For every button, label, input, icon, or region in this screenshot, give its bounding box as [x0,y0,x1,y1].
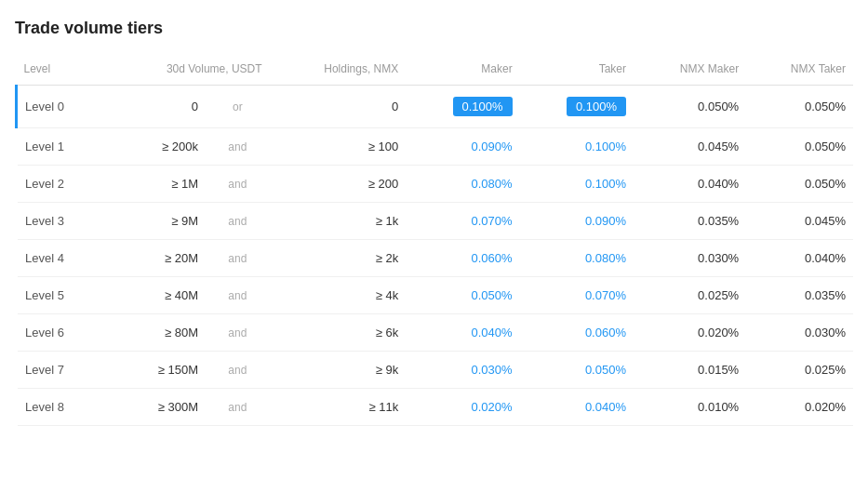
cell-nmx-maker: 0.050% [634,86,746,128]
cell-taker: 0.090% [520,203,634,240]
cell-maker: 0.090% [406,128,519,166]
cell-connector: and [206,352,270,389]
cell-nmx-maker: 0.025% [634,277,746,314]
cell-nmx-taker: 0.040% [746,240,853,277]
cell-taker: 0.100% [520,86,634,128]
cell-level: Level 4 [17,240,101,277]
col-level-header: Level [17,53,101,86]
page-title: Trade volume tiers [15,19,853,38]
cell-nmx-maker: 0.040% [634,166,746,203]
cell-holdings: ≥ 2k [270,240,407,277]
cell-volume: ≥ 1M [100,166,206,203]
col-nmx-maker-header: NMX Maker [634,53,746,86]
col-taker-header: Taker [520,53,634,86]
cell-holdings: ≥ 200 [270,166,407,203]
table-row: Level 6≥ 80Mand≥ 6k0.040%0.060%0.020%0.0… [17,314,854,352]
table-row: Level 5≥ 40Mand≥ 4k0.050%0.070%0.025%0.0… [17,277,854,314]
cell-connector: and [206,277,270,314]
cell-holdings: ≥ 11k [270,389,407,426]
cell-maker: 0.030% [406,352,519,389]
cell-taker: 0.070% [520,277,634,314]
cell-holdings: 0 [270,86,407,128]
cell-taker: 0.100% [520,166,634,203]
cell-connector: and [206,166,270,203]
cell-maker: 0.040% [406,314,519,352]
cell-nmx-taker: 0.050% [746,166,853,203]
table-row: Level 4≥ 20Mand≥ 2k0.060%0.080%0.030%0.0… [17,240,854,277]
cell-volume: ≥ 20M [100,240,206,277]
cell-maker: 0.050% [406,277,519,314]
maker-badge: 0.100% [453,97,513,116]
cell-volume: ≥ 200k [100,128,206,166]
cell-connector: and [206,389,270,426]
cell-taker: 0.080% [520,240,634,277]
cell-taker: 0.040% [520,389,634,426]
cell-level: Level 1 [17,128,101,166]
table-row: Level 00or00.100%0.100%0.050%0.050% [17,86,854,128]
cell-taker: 0.050% [520,352,634,389]
cell-level: Level 6 [17,314,101,352]
cell-nmx-taker: 0.050% [746,86,853,128]
cell-nmx-maker: 0.030% [634,240,746,277]
cell-holdings: ≥ 4k [270,277,407,314]
cell-maker: 0.060% [406,240,519,277]
cell-nmx-maker: 0.020% [634,314,746,352]
cell-volume: ≥ 300M [100,389,206,426]
cell-nmx-maker: 0.010% [634,389,746,426]
table-row: Level 1≥ 200kand≥ 1000.090%0.100%0.045%0… [17,128,854,166]
cell-holdings: ≥ 9k [270,352,407,389]
cell-volume: ≥ 9M [100,203,206,240]
cell-maker: 0.020% [406,389,519,426]
table-header-row: Level 30d Volume, USDT Holdings, NMX Mak… [17,53,854,86]
cell-level: Level 7 [17,352,101,389]
cell-nmx-taker: 0.030% [746,314,853,352]
cell-taker: 0.100% [520,128,634,166]
cell-level: Level 5 [17,277,101,314]
col-volume-header: 30d Volume, USDT [100,53,269,86]
cell-nmx-taker: 0.050% [746,128,853,166]
table-row: Level 7≥ 150Mand≥ 9k0.030%0.050%0.015%0.… [17,352,854,389]
col-nmx-taker-header: NMX Taker [746,53,853,86]
col-holdings-header: Holdings, NMX [270,53,407,86]
cell-holdings: ≥ 6k [270,314,407,352]
cell-maker: 0.070% [406,203,519,240]
table-row: Level 8≥ 300Mand≥ 11k0.020%0.040%0.010%0… [17,389,854,426]
cell-nmx-taker: 0.020% [746,389,853,426]
trade-volume-tiers-container: Trade volume tiers Level 30d Volume, USD… [0,0,868,445]
cell-nmx-maker: 0.045% [634,128,746,166]
cell-connector: and [206,128,270,166]
cell-level: Level 0 [17,86,101,128]
cell-level: Level 8 [17,389,101,426]
col-maker-header: Maker [406,53,519,86]
cell-holdings: ≥ 100 [270,128,407,166]
table-row: Level 3≥ 9Mand≥ 1k0.070%0.090%0.035%0.04… [17,203,854,240]
cell-connector: and [206,203,270,240]
cell-volume: ≥ 40M [100,277,206,314]
cell-holdings: ≥ 1k [270,203,407,240]
cell-nmx-maker: 0.015% [634,352,746,389]
cell-connector: or [206,86,270,128]
cell-connector: and [206,314,270,352]
tiers-table: Level 30d Volume, USDT Holdings, NMX Mak… [15,53,853,426]
cell-nmx-taker: 0.035% [746,277,853,314]
cell-nmx-maker: 0.035% [634,203,746,240]
cell-connector: and [206,240,270,277]
cell-nmx-taker: 0.045% [746,203,853,240]
table-row: Level 2≥ 1Mand≥ 2000.080%0.100%0.040%0.0… [17,166,854,203]
cell-volume: ≥ 80M [100,314,206,352]
taker-badge: 0.100% [567,97,626,116]
cell-volume: 0 [100,86,206,128]
cell-maker: 0.080% [406,166,519,203]
cell-level: Level 3 [17,203,101,240]
cell-nmx-taker: 0.025% [746,352,853,389]
cell-level: Level 2 [17,166,101,203]
cell-maker: 0.100% [406,86,519,128]
cell-volume: ≥ 150M [100,352,206,389]
cell-taker: 0.060% [520,314,634,352]
